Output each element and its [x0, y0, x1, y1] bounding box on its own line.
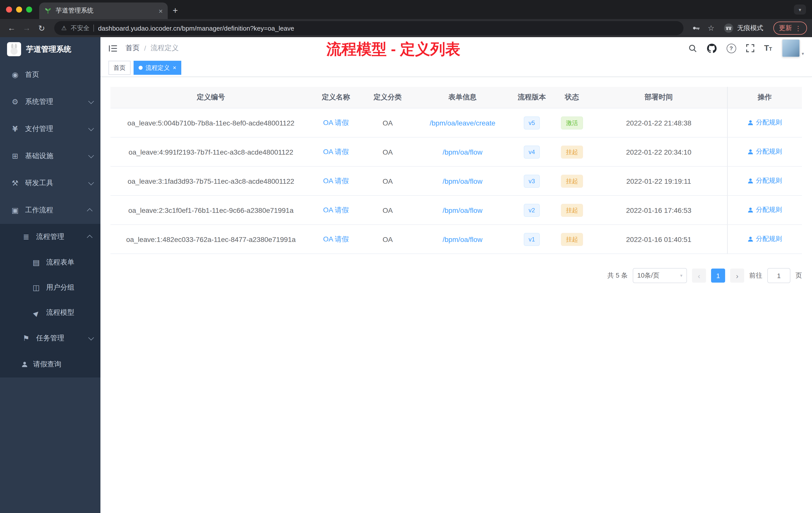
reload-button[interactable]: ↻: [35, 22, 48, 35]
definition-category: OA: [360, 195, 415, 224]
person-icon: [748, 236, 754, 242]
goto-label: 前往: [749, 271, 762, 280]
form-link[interactable]: /bpm/oa/flow: [443, 148, 483, 156]
tools-icon: [10, 179, 20, 188]
assign-rule-link[interactable]: 分配规则: [748, 147, 782, 156]
breadcrumb-current: 流程定义: [151, 44, 179, 53]
assign-rule-link[interactable]: 分配规则: [748, 176, 782, 185]
font-size-icon[interactable]: [764, 44, 772, 52]
close-window-button[interactable]: [6, 6, 12, 12]
definition-category: OA: [360, 137, 415, 167]
app-root: 芋道管理系统 首页 系统管理 支付管理 基础设施: [0, 37, 812, 513]
header-actions: ▾: [688, 39, 804, 57]
column-header: 定义分类: [360, 87, 415, 108]
page-size-select[interactable]: 10条/页 ▾: [633, 268, 687, 283]
sidebar-item-process-form[interactable]: 流程表单: [0, 250, 100, 275]
sidebar-item-devtools[interactable]: 研发工具: [0, 170, 100, 197]
tab-close-icon[interactable]: ×: [159, 7, 163, 14]
sidebar-item-user-group[interactable]: 用户分组: [0, 275, 100, 300]
infrastructure-icon: [10, 152, 20, 161]
sidebar-item-task-management[interactable]: 任务管理: [0, 325, 100, 351]
browser-tabstrip: 芋道管理系统 × + ▾: [0, 0, 812, 19]
sidebar-item-payment[interactable]: 支付管理: [0, 116, 100, 143]
definition-name-link[interactable]: OA 请假: [323, 147, 349, 155]
column-header: 定义名称: [311, 87, 360, 108]
definition-name-link[interactable]: OA 请假: [323, 118, 349, 126]
version-badge: v5: [523, 116, 540, 129]
tab-search-chevron-icon[interactable]: ▾: [794, 4, 806, 14]
tab-title: 芋道管理系统: [56, 6, 155, 15]
address-bar[interactable]: ⚠ 不安全 dashboard.yudao.iocoder.cn/bpm/man…: [54, 21, 684, 35]
browser-toolbar: ← → ↻ ⚠ 不安全 dashboard.yudao.iocoder.cn/b…: [0, 19, 812, 37]
sidebar-item-home[interactable]: 首页: [0, 61, 100, 88]
deploy-time: 2022-01-16 17:46:53: [590, 195, 727, 224]
password-key-icon[interactable]: [690, 22, 702, 35]
next-page-button[interactable]: ›: [730, 269, 744, 282]
definition-name-link[interactable]: OA 请假: [323, 176, 349, 184]
window-controls: [0, 0, 39, 19]
breadcrumb: 首页 / 流程定义: [125, 44, 179, 53]
definition-id: oa_leave:3:1fad3d93-7b75-11ec-a3c8-acde4…: [111, 167, 311, 195]
version-badge: v4: [523, 145, 540, 158]
status-badge: 挂起: [561, 175, 583, 187]
avatar[interactable]: [782, 39, 800, 57]
fullscreen-icon[interactable]: [746, 44, 754, 52]
form-link[interactable]: /bpm/oa/flow: [443, 235, 483, 243]
person-icon: [748, 119, 754, 126]
bookmark-star-icon[interactable]: ☆: [704, 22, 718, 35]
help-icon[interactable]: [726, 43, 736, 53]
back-button[interactable]: ←: [5, 22, 18, 35]
definition-name-link[interactable]: OA 请假: [323, 206, 349, 214]
dashboard-icon: [10, 70, 20, 79]
sidebar-fold-icon[interactable]: [109, 44, 117, 52]
insecure-warning-icon: ⚠: [61, 25, 67, 32]
search-icon[interactable]: [688, 44, 697, 53]
page-number-button[interactable]: 1: [711, 269, 725, 282]
sidebar-header: 芋道管理系统: [0, 37, 100, 61]
sidebar-item-process-model[interactable]: 流程模型: [0, 300, 100, 325]
status-badge: 挂起: [561, 145, 583, 158]
sidebar-item-system[interactable]: 系统管理: [0, 88, 100, 116]
sidebar-item-infrastructure[interactable]: 基础设施: [0, 143, 100, 170]
breadcrumb-home[interactable]: 首页: [125, 44, 140, 53]
sidebar-item-workflow[interactable]: 工作流程: [0, 197, 100, 224]
form-link[interactable]: /bpm/oa/flow: [443, 177, 483, 185]
sidebar-item-process-management[interactable]: 流程管理: [0, 224, 100, 250]
chevron-down-icon: ▾: [680, 273, 683, 278]
browser-tab[interactable]: 芋道管理系统 ×: [39, 2, 168, 19]
sidebar-item-leave-query[interactable]: 请假查询: [0, 351, 100, 378]
github-icon[interactable]: [707, 43, 716, 53]
prev-page-button[interactable]: ‹: [692, 269, 706, 282]
deploy-time: 2022-01-16 01:40:51: [590, 224, 727, 254]
incognito-badge: 无痕模式: [724, 23, 763, 33]
new-tab-button[interactable]: +: [168, 2, 183, 19]
yen-icon: [10, 124, 20, 133]
tag-close-icon[interactable]: ×: [173, 65, 176, 71]
maximize-window-button[interactable]: [26, 6, 32, 12]
definition-name-link[interactable]: OA 请假: [323, 235, 349, 243]
form-link[interactable]: /bpm/oa/flow: [443, 206, 483, 214]
deploy-time: 2022-01-22 21:48:38: [590, 108, 727, 137]
form-icon: [31, 258, 41, 267]
update-label: 更新: [779, 24, 792, 33]
user-menu[interactable]: ▾: [782, 39, 804, 57]
definition-category: OA: [360, 167, 415, 195]
active-dot-icon: [139, 66, 143, 70]
goto-page-input[interactable]: [767, 268, 790, 283]
forward-button[interactable]: →: [20, 22, 33, 35]
assign-rule-link[interactable]: 分配规则: [748, 206, 782, 215]
security-label: 不安全: [71, 24, 90, 32]
assign-rule-link[interactable]: 分配规则: [748, 118, 782, 127]
minimize-window-button[interactable]: [16, 6, 22, 12]
form-link[interactable]: /bpm/oa/leave/create: [430, 119, 495, 127]
browser-update-menu-button[interactable]: 更新 ⋮: [773, 22, 807, 35]
table-header-row: 定义编号 定义名称 定义分类 表单信息 流程版本 状态 部署时间 操作: [111, 87, 802, 108]
content-area: 定义编号 定义名称 定义分类 表单信息 流程版本 状态 部署时间 操作 oa_l: [100, 77, 812, 513]
assign-rule-link[interactable]: 分配规则: [748, 235, 782, 244]
kebab-menu-icon: ⋮: [795, 24, 802, 32]
tag-process-definition[interactable]: 流程定义 ×: [134, 61, 181, 75]
tag-home[interactable]: 首页: [109, 61, 130, 75]
incognito-label: 无痕模式: [737, 24, 763, 33]
table-row: oa_leave:4:991f2193-7b7f-11ec-a3c8-acde4…: [111, 137, 802, 167]
logo-avatar: [7, 42, 21, 56]
